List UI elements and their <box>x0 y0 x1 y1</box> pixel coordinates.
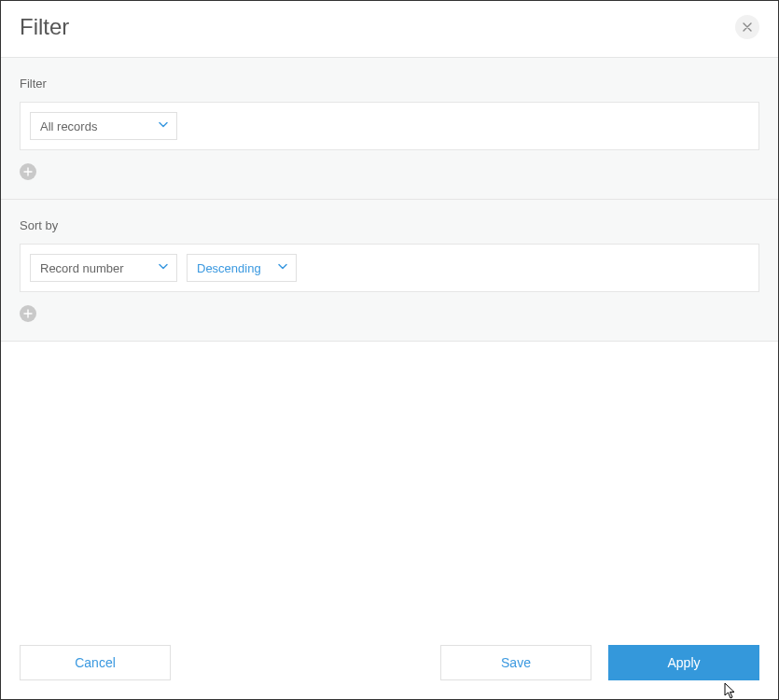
dialog-title: Filter <box>20 14 69 40</box>
sort-row: Record number Descending <box>20 244 759 292</box>
add-sort-button[interactable] <box>20 305 36 322</box>
filter-row: All records <box>20 102 759 150</box>
sort-section-label: Sort by <box>20 218 759 232</box>
filter-section: Filter All records <box>1 58 778 200</box>
sort-direction-value: Descending <box>197 261 261 275</box>
cancel-button[interactable]: Cancel <box>20 645 171 680</box>
save-button[interactable]: Save <box>440 645 591 680</box>
dialog-header: Filter <box>1 1 778 58</box>
chevron-down-icon <box>277 261 288 275</box>
filter-field-value: All records <box>40 119 97 133</box>
close-button[interactable] <box>735 15 759 39</box>
filter-field-select[interactable]: All records <box>30 112 177 140</box>
chevron-down-icon <box>158 261 169 275</box>
sort-direction-select[interactable]: Descending <box>187 254 297 282</box>
plus-icon <box>23 305 33 322</box>
sort-section: Sort by Record number Descending <box>1 200 778 342</box>
close-icon <box>743 19 752 35</box>
chevron-down-icon <box>158 119 169 133</box>
filter-dialog: Filter Filter All records Sort by <box>0 0 779 700</box>
dialog-body-spacer <box>1 342 778 632</box>
sort-field-value: Record number <box>40 261 124 275</box>
sort-field-select[interactable]: Record number <box>30 254 177 282</box>
add-filter-button[interactable] <box>20 163 36 180</box>
plus-icon <box>23 163 33 180</box>
filter-section-label: Filter <box>20 77 759 91</box>
apply-button[interactable]: Apply <box>608 645 759 680</box>
dialog-footer: Cancel Save Apply <box>1 632 778 699</box>
